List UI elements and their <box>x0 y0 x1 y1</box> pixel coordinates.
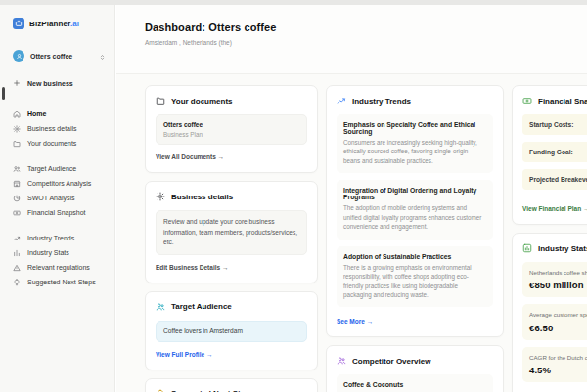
stat-item: Netherlands coffee shop market €850 mill… <box>522 262 587 297</box>
banknote-icon <box>13 209 21 217</box>
stat-item: Average customer spend at coffee shops €… <box>522 304 587 339</box>
users-icon <box>156 302 165 312</box>
financial-row: Funding Goal: <box>522 142 587 162</box>
dashboard-grid: Your documents Otters coffee Business Pl… <box>116 73 587 392</box>
edge-scroll-marker[interactable] <box>2 87 5 100</box>
column-2: Industry Trends Emphasis on Specialty Co… <box>326 85 504 392</box>
card-business-details: Business details Review and update your … <box>145 181 318 283</box>
card-your-documents: Your documents Otters coffee Business Pl… <box>145 85 318 173</box>
financial-row: Startup Costs: <box>522 114 587 135</box>
gear-icon <box>13 125 21 133</box>
card-title: Target Audience <box>171 302 232 311</box>
column-1: Your documents Otters coffee Business Pl… <box>145 85 318 392</box>
page-header: Dashboard: Otters coffee Amsterdam , Net… <box>116 5 587 46</box>
nav-group-industry: Industry Trends Industry Stats Relevant … <box>13 231 106 289</box>
competitor-item: Coffee & Coconuts Strength: Unique beach… <box>337 374 493 392</box>
gear-icon <box>156 192 165 201</box>
alert-triangle-icon <box>13 264 21 272</box>
banknote-icon <box>522 96 532 106</box>
sidebar-item-your-documents[interactable]: Your documents <box>13 136 106 151</box>
card-competitor-overview: Competitor Overview Coffee & Coconuts St… <box>326 345 504 392</box>
column-3: Financial Snapshot Startup Costs: Fundin… <box>512 85 587 392</box>
business-details-summary: Review and update your core business inf… <box>156 210 307 255</box>
nav-group-main: Home Business details Your documents <box>13 107 106 151</box>
sidebar-item-business-details[interactable]: Business details <box>13 121 106 136</box>
app-logo: BizPlanner.ai <box>13 18 106 29</box>
brand-name: BizPlanner.ai <box>29 20 79 28</box>
main-area: Dashboard: Otters coffee Amsterdam , Net… <box>116 5 587 392</box>
folder-icon <box>13 140 21 148</box>
card-industry-stats: Industry Stats Netherlands coffee shop m… <box>512 233 587 392</box>
view-all-documents-link[interactable]: View All Documents → <box>156 153 224 160</box>
card-title: Industry Trends <box>352 97 411 106</box>
card-title: Your documents <box>171 97 233 106</box>
competitors-icon <box>337 356 346 366</box>
trending-up-icon <box>13 235 21 242</box>
users-icon <box>13 165 21 173</box>
sidebar-item-industry-trends[interactable]: Industry Trends <box>13 231 106 245</box>
edit-business-details-link[interactable]: Edit Business Details → <box>156 264 228 271</box>
document-list-item[interactable]: Otters coffee Business Plan <box>156 114 307 145</box>
business-switcher[interactable]: Otters coffee <box>13 47 106 65</box>
folder-icon <box>156 96 165 106</box>
sidebar-item-relevant-regulations[interactable]: Relevant regulations <box>13 260 106 275</box>
trend-item: Adoption of Sustainable Practices There … <box>337 246 493 308</box>
sidebar-item-competitors-analysis[interactable]: Competitors Analysis <box>13 176 106 191</box>
sidebar-item-financial-snapshot[interactable]: Financial Snapshot <box>13 205 106 220</box>
chevrons-up-down-icon <box>99 47 106 65</box>
bar-chart-icon <box>13 249 21 257</box>
business-avatar <box>13 50 24 62</box>
business-name: Otters coffee <box>30 53 93 60</box>
new-business-button[interactable]: New business <box>13 79 106 87</box>
sidebar-item-swot-analysis[interactable]: SWOT Analysis <box>13 191 106 205</box>
sidebar-item-suggested-next-steps[interactable]: Suggested Next Steps <box>13 275 106 289</box>
sidebar-item-target-audience[interactable]: Target Audience <box>13 161 106 176</box>
page-title: Dashboard: Otters coffee <box>145 22 587 33</box>
card-title: Industry Stats <box>538 244 587 253</box>
window-top-strip <box>0 0 587 5</box>
lightbulb-icon <box>156 389 165 392</box>
sidebar-item-home[interactable]: Home <box>13 107 106 121</box>
card-title: Financial Snapshot <box>538 97 587 106</box>
trend-item: Integration of Digital Ordering and Loya… <box>337 180 493 239</box>
audience-summary: Coffee lovers in Amsterdam <box>156 321 307 342</box>
see-more-link[interactable]: See More → <box>337 318 373 325</box>
view-financial-plan-link[interactable]: View Financial Plan → <box>522 205 587 212</box>
card-financial-snapshot: Financial Snapshot Startup Costs: Fundin… <box>512 85 587 225</box>
lightbulb-icon <box>13 279 21 286</box>
storefront-icon <box>13 180 21 188</box>
briefcase-logo-icon <box>13 18 24 29</box>
card-title: Competitor Overview <box>352 357 430 366</box>
trend-item: Emphasis on Specialty Coffee and Ethical… <box>337 114 493 173</box>
card-target-audience: Target Audience Coffee lovers in Amsterd… <box>145 291 318 370</box>
card-title: Business details <box>171 193 233 201</box>
view-full-profile-link[interactable]: View Full Profile → <box>156 351 212 358</box>
page-subtitle: Amsterdam , Netherlands (the) <box>145 39 587 46</box>
home-icon <box>13 110 21 118</box>
card-suggested-next-steps: Suggested Next Steps <box>145 378 318 392</box>
financial-row: Projected Breakeven: <box>522 169 587 190</box>
pie-chart-icon <box>13 195 21 202</box>
card-industry-trends: Industry Trends Emphasis on Specialty Co… <box>326 85 504 337</box>
trending-up-icon <box>337 96 346 106</box>
stat-item: CAGR for the Dutch coffee market 4.5% <box>522 347 587 382</box>
stats-icon <box>522 243 532 253</box>
sidebar-item-industry-stats[interactable]: Industry Stats <box>13 245 106 260</box>
plus-icon <box>13 79 21 87</box>
nav-group-analysis: Target Audience Competitors Analysis SWO… <box>13 161 106 220</box>
sidebar: BizPlanner.ai Otters coffee New business… <box>0 5 115 392</box>
